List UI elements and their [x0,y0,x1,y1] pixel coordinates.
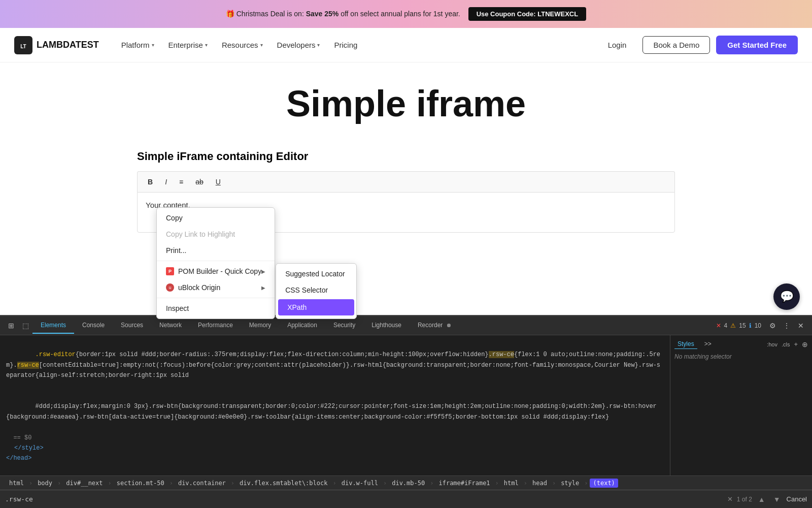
book-demo-button[interactable]: Book a Demo [642,36,710,54]
logo[interactable]: LT LAMBDATEST [14,36,99,54]
get-started-button[interactable]: Get Started Free [716,36,798,54]
banner-text-before: Christmas Deal is on: [236,10,306,18]
ctx-copy[interactable]: Copy [157,210,275,226]
logo-icon: LT [14,36,32,54]
logo-text: LAMBDATEST [37,40,99,50]
page-title: Simple iframe [10,83,802,124]
nav-item-enterprise[interactable]: Enterprise ▾ [162,37,214,53]
navbar: LT LAMBDATEST Platform ▾ Enterprise ▾ Re… [0,28,812,62]
context-menu: Copy Copy Link to Highlight Print... P P… [156,207,275,233]
main-content: Simple iframe [0,62,812,150]
toolbar-underline[interactable]: U [212,176,225,188]
nav-item-pricing[interactable]: Pricing [328,37,363,53]
nav-item-resources[interactable]: Resources ▾ [216,37,269,53]
login-button[interactable]: Login [598,37,637,53]
toolbar-italic[interactable]: I [161,176,171,188]
svg-text:LT: LT [20,44,26,49]
nav-actions: Login Book a Demo Get Started Free [598,36,798,54]
editor-section-title: Simple iFrame containing Editor [137,150,675,163]
editor-toolbar: B I ≡ ab U [137,171,675,192]
chevron-down-icon: ▾ [152,42,154,48]
chevron-down-icon: ▾ [205,42,208,48]
promo-banner: 🎁 Christmas Deal is on: Save 25% off on … [0,0,812,28]
nav-links: Platform ▾ Enterprise ▾ Resources ▾ Deve… [115,37,598,53]
toolbar-align[interactable]: ≡ [175,176,187,188]
coupon-badge[interactable]: Use Coupon Code: LTNEWEXCL [468,7,587,21]
context-menu-panel: Copy Copy Link to Highlight Print... P P… [156,207,275,233]
chevron-down-icon: ▾ [317,42,320,48]
banner-emoji: 🎁 [226,10,234,18]
toolbar-bold[interactable]: B [144,176,157,188]
nav-item-developers[interactable]: Developers ▾ [271,37,326,53]
toolbar-strikethrough[interactable]: ab [191,176,208,188]
chevron-down-icon: ▾ [260,42,263,48]
nav-item-platform[interactable]: Platform ▾ [115,37,160,53]
banner-highlight: Save 25% [306,10,339,18]
ctx-copy-link: Copy Link to Highlight [157,226,275,233]
banner-text-after: off on select annual plans for 1st year. [341,10,460,18]
